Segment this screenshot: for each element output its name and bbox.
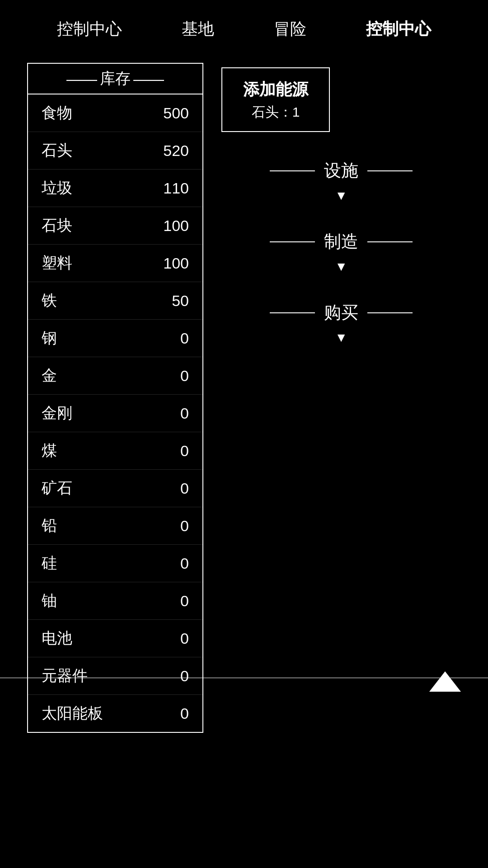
nav-item-control2[interactable]: 控制中心 xyxy=(366,18,431,40)
inventory-row: 矿石0 xyxy=(28,470,202,507)
inventory-row: 铀0 xyxy=(28,582,202,620)
inventory-item-value: 0 xyxy=(180,480,189,497)
bottom-separator xyxy=(0,678,488,678)
inventory-item-name: 煤 xyxy=(42,440,57,461)
inventory-item-name: 石头 xyxy=(42,140,72,161)
facilities-label: 设施 xyxy=(324,159,358,182)
inventory-item-value: 0 xyxy=(180,442,189,460)
inventory-row: 钢0 xyxy=(28,320,202,357)
add-energy-title: 添加能源 xyxy=(236,77,315,102)
inventory-row: 石块100 xyxy=(28,207,202,245)
inventory-item-name: 金 xyxy=(42,365,57,386)
inventory-row: 石头520 xyxy=(28,132,202,170)
inventory-item-value: 0 xyxy=(180,517,189,535)
inventory-item-value: 0 xyxy=(180,667,189,685)
inventory-item-value: 0 xyxy=(180,330,189,347)
inventory-row: 煤0 xyxy=(28,432,202,470)
inventory-item-value: 100 xyxy=(163,217,189,235)
inventory-row: 垃圾110 xyxy=(28,170,202,207)
inventory-row: 金刚0 xyxy=(28,395,202,432)
inventory-item-value: 100 xyxy=(163,255,189,272)
inventory-item-name: 食物 xyxy=(42,103,72,123)
inventory-row: 食物500 xyxy=(28,94,202,132)
inventory-item-value: 0 xyxy=(180,592,189,610)
inventory-item-value: 520 xyxy=(163,142,189,160)
inventory-item-name: 塑料 xyxy=(42,253,72,274)
inventory-item-name: 铁 xyxy=(42,290,57,311)
inventory-row: 铅0 xyxy=(28,507,202,545)
inventory-title: 库存 xyxy=(28,64,202,94)
facilities-line-right xyxy=(367,170,413,171)
inventory-item-name: 钢 xyxy=(42,328,57,349)
inventory-row: 塑料100 xyxy=(28,245,202,282)
inventory-item-value: 500 xyxy=(163,104,189,122)
inventory-item-name: 铀 xyxy=(42,590,57,611)
inventory-row: 金0 xyxy=(28,357,202,395)
shop-line-right xyxy=(367,312,413,313)
facilities-line-left xyxy=(270,170,315,171)
nav-item-base[interactable]: 基地 xyxy=(182,18,214,40)
facilities-section[interactable]: 设施 ▼ xyxy=(221,159,461,203)
crafting-label: 制造 xyxy=(324,230,358,253)
inventory-row: 元器件0 xyxy=(28,657,202,695)
shop-arrow: ▼ xyxy=(335,330,347,345)
inventory-item-value: 0 xyxy=(180,405,189,422)
add-energy-button[interactable]: 添加能源 石头：1 xyxy=(221,67,330,132)
scroll-up-arrow[interactable] xyxy=(429,671,461,692)
inventory-row: 电池0 xyxy=(28,620,202,657)
inventory-item-name: 元器件 xyxy=(42,665,88,686)
inventory-list: 食物500石头520垃圾110石块100塑料100铁50钢0金0金刚0煤0矿石0… xyxy=(28,94,202,732)
inventory-panel: 库存 食物500石头520垃圾110石块100塑料100铁50钢0金0金刚0煤0… xyxy=(27,63,203,733)
nav-item-control1[interactable]: 控制中心 xyxy=(57,18,122,40)
inventory-item-value: 0 xyxy=(180,367,189,385)
top-nav: 控制中心 基地 冒险 控制中心 xyxy=(0,0,488,54)
facilities-arrow: ▼ xyxy=(335,189,347,203)
inventory-item-value: 50 xyxy=(172,292,189,310)
inventory-item-name: 垃圾 xyxy=(42,178,72,198)
shop-label: 购买 xyxy=(324,301,358,324)
crafting-line-left xyxy=(270,241,315,242)
inventory-item-value: 0 xyxy=(180,705,189,722)
add-energy-subtitle: 石头：1 xyxy=(236,102,315,122)
shop-line-left xyxy=(270,312,315,313)
crafting-section[interactable]: 制造 ▼ xyxy=(221,230,461,274)
inventory-row: 太阳能板0 xyxy=(28,695,202,732)
inventory-item-name: 硅 xyxy=(42,553,57,574)
inventory-item-value: 0 xyxy=(180,630,189,647)
inventory-item-name: 铅 xyxy=(42,515,57,536)
right-panel: 添加能源 石头：1 设施 ▼ 制造 ▼ 购买 xyxy=(221,63,461,733)
crafting-arrow: ▼ xyxy=(335,259,347,274)
inventory-row: 硅0 xyxy=(28,545,202,582)
inventory-item-name: 电池 xyxy=(42,628,72,649)
main-content: 库存 食物500石头520垃圾110石块100塑料100铁50钢0金0金刚0煤0… xyxy=(0,54,488,742)
inventory-item-name: 石块 xyxy=(42,215,72,236)
inventory-item-name: 矿石 xyxy=(42,478,72,499)
inventory-item-name: 太阳能板 xyxy=(42,703,103,724)
shop-section[interactable]: 购买 ▼ xyxy=(221,301,461,345)
inventory-item-name: 金刚 xyxy=(42,403,72,424)
inventory-item-value: 0 xyxy=(180,555,189,572)
inventory-row: 铁50 xyxy=(28,282,202,320)
inventory-item-value: 110 xyxy=(163,179,189,197)
crafting-line-right xyxy=(367,241,413,242)
nav-item-adventure[interactable]: 冒险 xyxy=(274,18,306,40)
